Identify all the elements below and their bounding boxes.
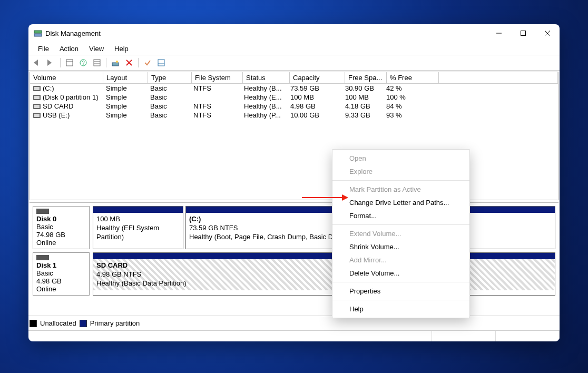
menu-bar: File Action View Help [28, 42, 560, 55]
app-icon [34, 29, 42, 37]
forward-icon[interactable] [45, 57, 57, 68]
ctx-help[interactable]: Help [332, 302, 469, 316]
ctx-delete[interactable]: Delete Volume... [332, 267, 469, 280]
ctx-mirror: Add Mirror... [332, 253, 469, 267]
ctx-properties[interactable]: Properties [332, 284, 469, 298]
table-row[interactable]: SD CARDSimpleBasicNTFSHealthy (B...4.98 … [30, 102, 558, 111]
cell-layout: Simple [103, 93, 147, 102]
cell-fs [190, 93, 241, 102]
annotation-arrow-icon [302, 192, 349, 203]
volume-icon [33, 86, 41, 91]
swatch-primary [80, 320, 87, 327]
toolbar-view-list-icon[interactable] [91, 57, 103, 68]
ctx-explore: Explore [332, 165, 469, 178]
ctx-format[interactable]: Format... [332, 209, 469, 222]
ctx-change-drive-letter[interactable]: Change Drive Letter and Paths... [332, 196, 469, 209]
svg-rect-8 [66, 60, 73, 66]
table-row[interactable]: USB (E:)SimpleBasicNTFSHealthy (P...10.0… [30, 111, 558, 120]
cell-status: Healthy (B... [241, 84, 287, 93]
settings-icon[interactable] [110, 57, 121, 68]
col-volume[interactable]: Volume [30, 72, 103, 84]
legend: Unallocated Primary partition [28, 316, 560, 330]
cell-volume: (C:) [30, 84, 103, 93]
ctx-shrink[interactable]: Shrink Volume... [332, 240, 469, 253]
menu-help[interactable]: Help [109, 44, 134, 54]
cell-volume: USB (E:) [30, 111, 103, 120]
svg-point-16 [116, 61, 118, 63]
col-type[interactable]: Type [148, 72, 192, 84]
menu-file[interactable]: File [33, 44, 54, 54]
svg-rect-12 [94, 60, 100, 66]
table-row[interactable]: (Disk 0 partition 1)SimpleBasicHealthy (… [30, 93, 558, 102]
cell-type: Basic [147, 102, 190, 111]
cell-volume: (Disk 0 partition 1) [30, 93, 103, 102]
legend-primary: Primary partition [90, 319, 140, 327]
cell-pct: 42 % [383, 84, 435, 93]
volume-icon [33, 95, 41, 100]
col-pct[interactable]: % Free [387, 72, 439, 84]
menu-view[interactable]: View [84, 44, 109, 54]
cell-status: Healthy (B... [241, 102, 287, 111]
partition-bar [93, 207, 183, 213]
minimize-button[interactable] [487, 24, 511, 42]
cell-status: Healthy (E... [241, 93, 287, 102]
toolbar-view-top-icon[interactable] [64, 57, 75, 68]
toolbar-list-bottom-icon[interactable] [155, 57, 167, 68]
col-free[interactable]: Free Spa... [345, 72, 387, 84]
cell-volume: SD CARD [30, 102, 103, 111]
table-header-row: Volume Layout Type File System Status Ca… [30, 72, 558, 84]
legend-unallocated: Unallocated [40, 319, 76, 327]
partition[interactable]: 100 MBHealthy (EFI System Partition) [93, 206, 183, 249]
check-icon[interactable] [142, 57, 153, 68]
disk-icon [36, 255, 49, 260]
cell-capacity: 10.00 GB [287, 111, 342, 120]
cell-pct: 93 % [383, 111, 435, 120]
disk-icon [36, 209, 49, 214]
cell-pct: 84 % [383, 102, 435, 111]
col-capacity[interactable]: Capacity [290, 72, 345, 84]
close-button[interactable] [535, 24, 560, 42]
disk-label[interactable]: Disk 0Basic74.98 GBOnline [33, 206, 90, 249]
svg-text:?: ? [82, 60, 85, 66]
svg-rect-1 [34, 34, 42, 36]
svg-rect-19 [158, 60, 164, 66]
col-status[interactable]: Status [243, 72, 290, 84]
window-title: Disk Management [45, 30, 101, 37]
delete-icon[interactable] [123, 57, 135, 68]
cell-status: Healthy (P... [241, 111, 287, 120]
ctx-extend: Extend Volume... [332, 227, 469, 240]
disk-label[interactable]: Disk 1Basic4.98 GBOnline [33, 252, 90, 296]
volume-table: Volume Layout Type File System Status Ca… [30, 72, 558, 200]
cell-free: 100 MB [342, 93, 383, 102]
cell-free: 9.33 GB [342, 111, 383, 120]
volume-icon [33, 113, 41, 118]
col-layout[interactable]: Layout [103, 72, 148, 84]
menu-action[interactable]: Action [54, 44, 84, 54]
table-row[interactable]: (C:)SimpleBasicNTFSHealthy (B...73.59 GB… [30, 84, 558, 93]
cell-free: 4.18 GB [342, 102, 383, 111]
svg-marker-6 [34, 60, 38, 66]
help-icon[interactable]: ? [77, 57, 89, 68]
status-bar [28, 330, 560, 341]
ctx-mark: Mark Partition as Active [332, 183, 469, 196]
ctx-open: Open [332, 152, 469, 165]
back-icon[interactable] [32, 57, 43, 68]
cell-fs: NTFS [190, 84, 241, 93]
svg-rect-15 [112, 63, 119, 66]
cell-type: Basic [147, 84, 190, 93]
volume-icon [33, 104, 41, 109]
disk-row: Disk 1Basic4.98 GBOnlineSD CARD4.98 GB N… [33, 252, 555, 296]
col-fs[interactable]: File System [192, 72, 243, 84]
cell-fs: NTFS [190, 111, 241, 120]
svg-rect-3 [521, 31, 526, 36]
svg-rect-0 [34, 31, 42, 33]
maximize-button[interactable] [511, 24, 535, 42]
partition[interactable]: SD CARD4.98 GB NTFSHealthy (Basic Data P… [93, 252, 555, 296]
cell-layout: Simple [103, 111, 147, 120]
cell-pct: 100 % [383, 93, 435, 102]
col-filler [439, 72, 558, 84]
cell-capacity: 4.98 GB [287, 102, 342, 111]
cell-capacity: 100 MB [287, 93, 342, 102]
svg-marker-22 [342, 194, 348, 201]
context-menu: Open Explore Mark Partition as Active Ch… [332, 149, 470, 318]
